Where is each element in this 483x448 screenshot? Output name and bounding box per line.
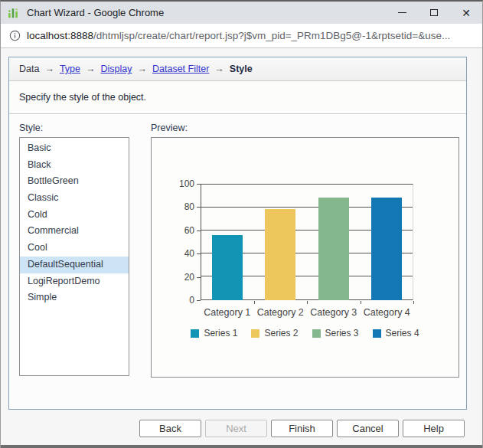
style-list-label: Style: — [19, 123, 129, 133]
legend-label: Series 2 — [264, 328, 298, 338]
wizard-button-row: Back Next Finish Cancel Help — [135, 420, 465, 437]
y-axis-label: 0 — [156, 295, 194, 306]
breadcrumb-step-type[interactable]: Type — [60, 64, 80, 74]
list-item[interactable]: Cool — [20, 240, 129, 257]
close-icon: ✕ — [462, 8, 471, 18]
back-button[interactable]: Back — [139, 420, 201, 437]
legend-item: Series 1 — [191, 328, 237, 338]
legend-item: Series 3 — [312, 328, 359, 338]
close-button[interactable]: ✕ — [450, 2, 482, 24]
list-item[interactable]: Black — [20, 157, 129, 174]
style-column: Style: BasicBlackBottleGreenClassicColdC… — [19, 123, 129, 378]
y-axis-tick-icon — [197, 277, 201, 278]
legend-swatch-icon — [191, 329, 199, 338]
title-bar: Chart Wizard - Google Chrome ✕ — [1, 2, 482, 24]
breadcrumb-step-data: Data — [19, 64, 39, 74]
list-item[interactable]: Classic — [20, 190, 129, 207]
help-button[interactable]: Help — [403, 420, 465, 437]
bar-category-1 — [212, 235, 243, 300]
arrow-icon: → — [214, 64, 224, 74]
x-axis-label: Category 4 — [352, 307, 421, 318]
x-axis-tick-icon — [361, 301, 361, 304]
finish-button[interactable]: Finish — [271, 420, 333, 437]
list-item[interactable]: LogiReportDemo — [20, 273, 129, 290]
arrow-icon: → — [44, 64, 54, 74]
maximize-button[interactable] — [418, 2, 450, 24]
style-listbox[interactable]: BasicBlackBottleGreenClassicColdCommerci… — [19, 137, 129, 376]
minimize-icon — [398, 12, 406, 13]
app-favicon-chart-bars-icon — [8, 7, 20, 19]
legend-label: Series 4 — [386, 328, 419, 338]
y-axis-tick-icon — [197, 184, 201, 185]
wizard-dialog: Data → Type → Display → Dataset Filter →… — [1, 50, 482, 445]
y-axis-label: 60 — [156, 225, 194, 236]
window-controls: ✕ — [386, 2, 482, 24]
legend-item: Series 2 — [251, 328, 298, 338]
y-axis-tick-icon — [197, 231, 201, 231]
window-bottom-edge — [1, 445, 482, 448]
legend-swatch-icon — [251, 329, 259, 338]
list-item[interactable]: Commercial — [20, 223, 129, 240]
breadcrumb-step-dataset-filter[interactable]: Dataset Filter — [152, 64, 209, 74]
bar-category-2 — [265, 209, 295, 300]
legend-swatch-icon — [312, 329, 321, 338]
list-item[interactable]: Cold — [20, 207, 129, 224]
url-host: localhost:8888 — [27, 30, 93, 41]
chart-preview: 020406080100Category 1Category 2Category… — [151, 137, 459, 378]
list-item[interactable]: DefaultSequential — [20, 257, 129, 273]
legend-item: Series 4 — [373, 328, 419, 338]
x-axis-tick-icon — [413, 301, 414, 304]
breadcrumb: Data → Type → Display → Dataset Filter →… — [9, 57, 466, 81]
content-area: Style: BasicBlackBottleGreenClassicColdC… — [9, 114, 466, 378]
window-title: Chart Wizard - Google Chrome — [27, 7, 386, 18]
arrow-icon: → — [138, 64, 148, 74]
chart-wizard-window: Chart Wizard - Google Chrome ✕ localhost… — [0, 0, 483, 448]
minimize-button[interactable] — [386, 2, 418, 24]
wizard-panel: Data → Type → Display → Dataset Filter →… — [8, 57, 467, 410]
y-axis-label: 20 — [156, 272, 194, 283]
legend-label: Series 3 — [325, 328, 359, 338]
bar-category-3 — [318, 198, 349, 300]
url-bar[interactable]: localhost:8888/dhtmljsp/create/chart/rep… — [1, 24, 482, 48]
arrow-icon: → — [86, 64, 96, 74]
y-axis-label: 80 — [156, 201, 194, 212]
next-button[interactable]: Next — [205, 420, 267, 437]
y-axis-tick-icon — [197, 300, 201, 301]
breadcrumb-step-style: Style — [230, 64, 253, 74]
x-axis-tick-icon — [307, 301, 308, 304]
cancel-button[interactable]: Cancel — [337, 420, 399, 437]
x-axis-tick-icon — [254, 301, 255, 304]
bar-category-4 — [371, 198, 402, 300]
legend-swatch-icon — [373, 329, 381, 338]
url-text[interactable]: localhost:8888/dhtmljsp/create/chart/rep… — [27, 30, 450, 41]
instruction-text: Specify the style of the object. — [9, 81, 466, 114]
chart-legend: Series 1Series 2Series 3Series 4 — [152, 328, 459, 338]
y-axis-tick-icon — [197, 253, 201, 254]
info-icon[interactable] — [9, 30, 21, 41]
preview-column: Preview: 020406080100Category 1Category … — [151, 123, 459, 378]
legend-label: Series 1 — [204, 328, 237, 338]
list-item[interactable]: Simple — [20, 289, 129, 306]
preview-label: Preview: — [151, 123, 459, 133]
breadcrumb-step-display[interactable]: Display — [101, 64, 132, 74]
y-axis-label: 40 — [156, 248, 194, 259]
maximize-icon — [430, 9, 438, 16]
url-path: /dhtmljsp/create/chart/report.jsp?j$vm_p… — [93, 30, 450, 41]
y-axis-label: 100 — [156, 178, 194, 189]
list-item[interactable]: Basic — [20, 140, 129, 157]
y-axis-tick-icon — [197, 207, 201, 208]
list-item[interactable]: BottleGreen — [20, 173, 129, 190]
